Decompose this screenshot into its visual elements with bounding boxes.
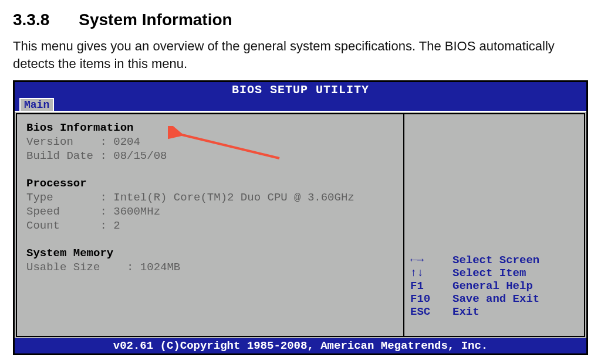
bios-info-heading: Bios Information <box>26 121 133 134</box>
hint-exit: ESCExit <box>410 305 578 318</box>
hint-help-key: F1 <box>410 280 453 292</box>
bios-version-value: 0204 <box>113 135 140 148</box>
processor-speed-label: Speed <box>26 205 60 218</box>
bios-header-title: BIOS SETUP UTILITY <box>15 82 586 98</box>
hint-select-item: ↑↓Select Item <box>410 267 578 280</box>
bios-tab-strip: Main <box>15 98 586 111</box>
processor-count-label: Count <box>26 219 60 232</box>
hint-exit-key: ESC <box>410 305 453 318</box>
processor-type-value: Intel(R) Core(TM)2 Duo CPU @ 3.60GHz <box>113 191 354 204</box>
hint-select-screen: ←→Select Screen <box>410 254 578 267</box>
bios-build-date-value: 08/15/08 <box>113 149 167 162</box>
processor-type-label: Type <box>26 191 53 204</box>
tab-main[interactable]: Main <box>19 98 54 111</box>
processor-heading: Processor <box>26 177 87 190</box>
section-title: System Information <box>79 11 232 29</box>
bios-left-pane: Bios Information Version : 0204 Build Da… <box>16 113 403 337</box>
processor-count-value: 2 <box>113 219 120 232</box>
hint-save-key: F10 <box>410 292 453 305</box>
hint-select-item-label: Select Item <box>453 267 526 280</box>
document-heading: 3.3.8System Information <box>13 11 588 29</box>
bios-footer: v02.61 (C)Copyright 1985-2008, American … <box>15 338 586 353</box>
document-body-text: This menu gives you an overview of the g… <box>13 38 588 72</box>
hint-save-label: Save and Exit <box>453 292 539 305</box>
hint-exit-label: Exit <box>453 305 480 318</box>
bios-right-pane: ←→Select Screen ↑↓Select Item F1General … <box>403 113 585 337</box>
bios-build-date-label: Build Date <box>26 149 93 162</box>
memory-usable-label: Usable Size <box>26 261 100 274</box>
memory-usable-value: 1024MB <box>140 261 180 274</box>
hint-help-label: General Help <box>453 280 533 292</box>
hint-general-help: F1General Help <box>410 280 578 292</box>
section-number: 3.3.8 <box>13 11 49 29</box>
bios-window: BIOS SETUP UTILITY Main Bios Information… <box>13 80 588 355</box>
up-down-arrows-icon: ↑↓ <box>410 267 453 280</box>
bios-body: Bios Information Version : 0204 Build Da… <box>15 111 586 338</box>
memory-heading: System Memory <box>26 247 113 260</box>
processor-speed-value: 3600MHz <box>113 205 160 218</box>
hint-select-screen-label: Select Screen <box>453 254 539 267</box>
left-right-arrows-icon: ←→ <box>410 254 453 267</box>
hint-save-exit: F10Save and Exit <box>410 292 578 305</box>
bios-version-label: Version <box>26 135 73 148</box>
